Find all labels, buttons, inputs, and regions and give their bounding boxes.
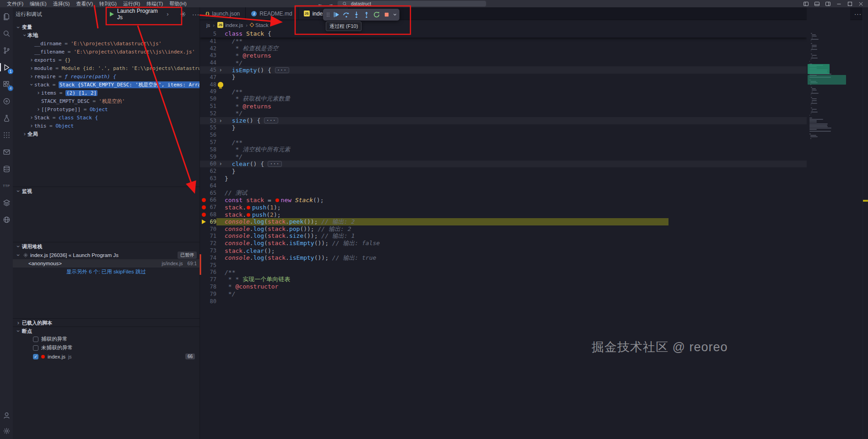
variable-row[interactable]: __dirname = 'E:\\projects\\datastruct\\j… (13, 39, 199, 48)
menu-item[interactable]: 帮助(H) (166, 0, 189, 7)
chevron-icon: › (16, 252, 21, 258)
http-client-icon[interactable]: TTP (2, 181, 11, 190)
step-into-button[interactable] (351, 10, 361, 20)
code-line: 44 */ (200, 59, 807, 66)
stop-chevron-button[interactable] (392, 10, 398, 20)
minimize-icon[interactable] (836, 1, 842, 7)
token: // 输出: 2 (318, 225, 351, 232)
code-text: /** (225, 37, 243, 44)
menu-item[interactable]: 转到(G) (96, 0, 120, 7)
command-center-search[interactable]: datastruct (337, 0, 486, 7)
folded-code-icon[interactable]: ··· (264, 118, 278, 123)
variable-row[interactable]: ›require = ƒ require(path) { (13, 72, 199, 80)
settings-icon[interactable] (2, 426, 11, 435)
callstack-frame-row[interactable]: <anonymous> js/index.js 69:1 (13, 259, 199, 268)
fold-chevron-icon[interactable]: › (216, 67, 225, 73)
more-actions-icon[interactable]: ··· (192, 11, 199, 18)
breakpoint-gutter[interactable] (200, 205, 207, 209)
breakpoint-checkbox[interactable] (33, 345, 38, 351)
menu-item[interactable]: 文件(F) (4, 0, 27, 7)
scope-row[interactable]: ›全局 (13, 130, 199, 138)
breakpoint-checkbox[interactable]: ✓ (33, 354, 38, 359)
mail-icon[interactable] (2, 147, 11, 156)
sticky-scroll-line[interactable]: 5class Stack { (200, 30, 807, 37)
menu-item[interactable]: 选择(S) (50, 0, 73, 7)
layout-sidebar-icon[interactable] (803, 1, 809, 7)
restart-button[interactable] (372, 10, 381, 20)
layout-panel-icon[interactable] (814, 1, 820, 7)
code-line: 50 * 获取栈中元素数量 (200, 95, 807, 102)
code-line: 43 * @returns (200, 52, 807, 59)
variable-row[interactable]: ›exports = {} (13, 56, 199, 64)
back-icon[interactable]: ← (318, 1, 323, 6)
variables-section-header[interactable]: › 变量 (13, 23, 199, 32)
code-text: * 清空栈中所有元素 (225, 145, 290, 154)
variable-row[interactable]: ›module = Module {id: '.', path: 'E:\\pr… (13, 64, 199, 72)
launch-config-dropdown[interactable]: Launch Program Js (117, 8, 162, 21)
start-debug-icon[interactable] (110, 12, 114, 16)
variable-row[interactable]: ›[[Prototype]] = Object (13, 105, 199, 113)
remote-target-icon[interactable] (2, 96, 11, 106)
close-icon[interactable] (858, 1, 864, 7)
more-icon[interactable]: ··· (854, 10, 862, 18)
source-control-icon[interactable] (2, 46, 11, 55)
variable-row[interactable]: ›this = Object (13, 122, 199, 130)
fold-chevron-icon[interactable]: › (216, 161, 225, 167)
database-icon[interactable] (2, 164, 11, 173)
variable-row[interactable]: ›items = (2) [1, 2] (13, 89, 199, 97)
layers-icon[interactable] (2, 198, 11, 207)
breadcrumb-item[interactable]: Stack (250, 22, 269, 28)
breakpoints-section-header[interactable]: › 断点 (13, 327, 199, 335)
folded-code-icon[interactable]: ··· (275, 67, 289, 73)
testing-icon[interactable] (2, 113, 11, 123)
variable-row[interactable]: STACK_EMPTY_DESC = '栈是空的' (13, 97, 199, 105)
configure-gear-icon[interactable] (180, 11, 186, 17)
tab-README.md[interactable]: iREADME.md (246, 7, 298, 20)
explorer-icon[interactable] (2, 12, 11, 21)
breadcrumb-item[interactable]: js (206, 22, 210, 28)
layout-right-icon[interactable] (825, 1, 831, 7)
equals: = (55, 57, 65, 63)
lightbulb-icon[interactable] (216, 82, 225, 87)
code-text: } (225, 168, 235, 175)
loaded-scripts-section-header[interactable]: › 已载入的脚本 (13, 318, 199, 327)
minimap[interactable] (807, 7, 850, 439)
stop-button[interactable] (382, 10, 391, 20)
menu-item[interactable]: 查看(V) (73, 0, 96, 7)
token: () { (250, 161, 268, 167)
extensions-icon[interactable]: 4 (2, 80, 11, 89)
variable-row[interactable]: ›stack = Stack {STACK_EMPTY_DESC: '栈是空的'… (13, 80, 199, 89)
app-grid-icon[interactable] (2, 130, 11, 139)
menu-item[interactable]: 编辑(E) (27, 0, 50, 7)
variable-row[interactable]: __filename = 'E:\\projects\\datastruct\\… (13, 48, 199, 56)
breakpoint-row[interactable]: ✓index.jsjs66 (13, 352, 199, 361)
globe-icon[interactable] (2, 215, 11, 224)
run-and-debug-icon[interactable]: 1 (2, 63, 11, 72)
breakpoint-gutter[interactable] (200, 213, 207, 217)
scope-row[interactable]: ›本地 (13, 31, 199, 39)
breakpoint-row[interactable]: 捕获的异常 (13, 335, 199, 343)
menu-item[interactable]: 终端(T) (143, 0, 166, 7)
breakpoint-checkbox[interactable] (33, 337, 38, 342)
step-out-button[interactable] (361, 10, 371, 20)
breakpoint-row[interactable]: 未捕获的异常 (13, 343, 199, 352)
skipfiles-link[interactable]: 显示另外 6 个: 已用 skipFiles 跳过 (13, 268, 199, 276)
watch-section-header[interactable]: › 监视 (13, 187, 199, 195)
maximize-icon[interactable] (847, 1, 853, 7)
fold-chevron-icon[interactable]: › (216, 118, 225, 124)
account-icon[interactable] (2, 411, 11, 420)
forward-icon[interactable]: → (329, 1, 334, 6)
tab-launch.json[interactable]: {}launch.json (200, 7, 246, 20)
token: stack (225, 247, 243, 254)
chevron-down-icon[interactable]: › (165, 12, 170, 16)
breakpoint-gutter[interactable] (200, 198, 207, 202)
continue-button[interactable] (331, 10, 341, 20)
breadcrumb-item[interactable]: JSindex.js (217, 22, 243, 28)
step-over-button[interactable] (341, 10, 351, 20)
callstack-session-row[interactable]: › index.js [26036] « Launch Program Js 已… (13, 251, 199, 259)
callstack-section-header[interactable]: › 调用堆栈 (13, 242, 199, 251)
variable-row[interactable]: ›Stack = class Stack { (13, 113, 199, 122)
folded-code-icon[interactable]: ··· (268, 161, 282, 167)
menu-item[interactable]: 运行(R) (120, 0, 143, 7)
search-icon[interactable] (2, 29, 11, 38)
